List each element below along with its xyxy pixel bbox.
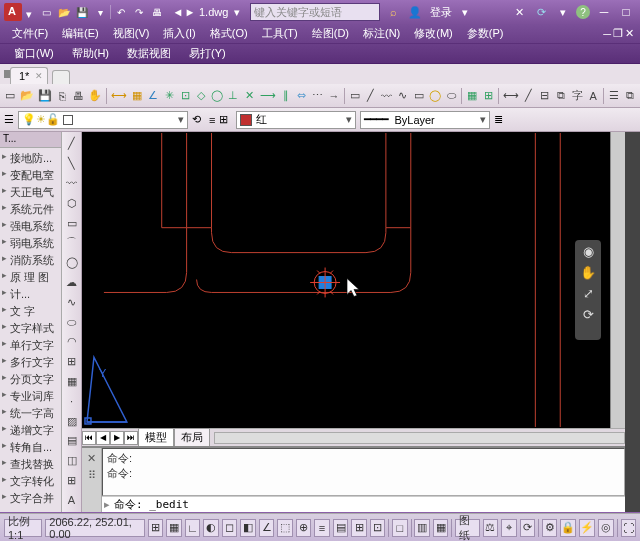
- cleanscreen-icon[interactable]: ⛶: [621, 519, 637, 537]
- polygon-tool-icon[interactable]: ⬡: [64, 195, 80, 211]
- snap-intersect-icon[interactable]: ✕: [244, 88, 256, 104]
- snap-parallel-icon[interactable]: ∥: [280, 88, 292, 104]
- table-icon[interactable]: ⊞: [482, 88, 494, 104]
- dim-aligned-icon[interactable]: ╱: [523, 88, 535, 104]
- circle-icon[interactable]: ◯: [429, 88, 441, 104]
- tpy-toggle-icon[interactable]: ▤: [333, 519, 349, 537]
- vertical-scrollbar[interactable]: [610, 132, 625, 428]
- layer-filter-icon[interactable]: ⊞: [219, 113, 228, 126]
- file-dropdown-icon[interactable]: ▾: [232, 5, 242, 19]
- line-icon[interactable]: ╱: [365, 88, 377, 104]
- pan-hand-icon[interactable]: ✋: [580, 265, 596, 280]
- quickview-drawings-icon[interactable]: ▦: [433, 519, 449, 537]
- menu-draw[interactable]: 绘图(D): [306, 24, 355, 43]
- table-tool-icon[interactable]: ⊞: [64, 473, 80, 489]
- cmd-handle-icon[interactable]: ⠿: [88, 469, 96, 482]
- pan-icon[interactable]: ✋: [88, 88, 102, 104]
- otrack-toggle-icon[interactable]: ∠: [259, 519, 275, 537]
- tree-node[interactable]: 单行文字: [2, 337, 59, 354]
- model-button[interactable]: □: [392, 519, 408, 537]
- document-tab-active[interactable]: 1* ✕: [10, 67, 48, 84]
- tree-node[interactable]: 文字样式: [2, 320, 59, 337]
- drawing-canvas[interactable]: Y ◉ ✋ ⤢ ⟳: [82, 132, 625, 428]
- more2-icon[interactable]: ⧉: [624, 88, 636, 104]
- line-tool-icon[interactable]: ╱: [64, 136, 80, 152]
- login-dropdown-icon[interactable]: ▾: [456, 3, 474, 21]
- layer-combo[interactable]: 💡 ☀ 🔓 ▾: [18, 111, 188, 129]
- tree-node[interactable]: 天正电气: [2, 184, 59, 201]
- command-history[interactable]: 命令: 命令:: [102, 448, 625, 496]
- close-cmd-icon[interactable]: ✕: [87, 452, 96, 465]
- signin-icon[interactable]: 👤: [406, 3, 424, 21]
- qat-new-icon[interactable]: ▭: [38, 4, 54, 20]
- doc-restore-button[interactable]: ❐: [613, 27, 623, 40]
- polyline-tool-icon[interactable]: 〰: [64, 176, 80, 192]
- hardware-accel-icon[interactable]: ⚡: [579, 519, 595, 537]
- menu-format[interactable]: 格式(O): [204, 24, 254, 43]
- qat-print-icon[interactable]: 🖶: [149, 4, 165, 20]
- rect-select-icon[interactable]: ▭: [349, 88, 361, 104]
- qat-undo-icon[interactable]: ↶: [113, 4, 129, 20]
- file-prev-icon[interactable]: ◄: [173, 5, 183, 19]
- new-tab-button[interactable]: [52, 70, 70, 84]
- qat-redo-icon[interactable]: ↷: [131, 4, 147, 20]
- menu-dataview[interactable]: 数据视图: [119, 44, 179, 63]
- isolate-icon[interactable]: ◎: [598, 519, 614, 537]
- tree-node[interactable]: 消防系统: [2, 252, 59, 269]
- menu-window[interactable]: 窗口(W): [6, 44, 62, 63]
- menu-file[interactable]: 文件(F): [6, 24, 54, 43]
- snap-mid-icon[interactable]: ◇: [195, 88, 207, 104]
- tree-node[interactable]: 系统元件: [2, 201, 59, 218]
- rectangle-icon[interactable]: ▭: [413, 88, 425, 104]
- circle-tool-icon[interactable]: ◯: [64, 255, 80, 271]
- ducs-toggle-icon[interactable]: ⬚: [277, 519, 293, 537]
- tree-node[interactable]: 计...: [2, 286, 59, 303]
- ellipse-icon[interactable]: ⬭: [445, 88, 457, 104]
- menu-help[interactable]: 帮助(H): [64, 44, 117, 63]
- snap-toggle-icon[interactable]: ⊞: [148, 519, 164, 537]
- mtext-icon[interactable]: A: [587, 88, 599, 104]
- ellipse-tool-icon[interactable]: ⬭: [64, 314, 80, 330]
- annotation-scale-label[interactable]: 图纸: [455, 519, 480, 537]
- osnap-toggle-icon[interactable]: ◻: [222, 519, 238, 537]
- linetype-combo[interactable]: ━━━━ ByLayer ▾: [360, 111, 490, 129]
- layout-next-icon[interactable]: ▶: [110, 431, 124, 445]
- tree-node[interactable]: 多行文字: [2, 354, 59, 371]
- steering-wheel-icon[interactable]: ◉: [583, 244, 594, 259]
- orbit-icon[interactable]: ⟳: [583, 307, 594, 322]
- exchange-icon[interactable]: ✕: [510, 3, 528, 21]
- file-next-icon[interactable]: ►: [185, 5, 195, 19]
- menu-edit[interactable]: 编辑(E): [56, 24, 105, 43]
- lineweight-icon[interactable]: ≣: [494, 113, 503, 126]
- gradient-tool-icon[interactable]: ▤: [64, 433, 80, 449]
- horizontal-scrollbar[interactable]: [214, 432, 625, 444]
- tree-node[interactable]: 弱电系统: [2, 235, 59, 252]
- left-panel-header[interactable]: T...: [0, 132, 61, 148]
- point-tool-icon[interactable]: ·: [64, 393, 80, 409]
- polyline-icon[interactable]: 〰: [381, 88, 393, 104]
- tree-node[interactable]: 专业词库: [2, 388, 59, 405]
- quickview-layouts-icon[interactable]: ▥: [414, 519, 430, 537]
- hatch-tool-icon[interactable]: ▨: [64, 413, 80, 429]
- app-logo[interactable]: [4, 3, 22, 21]
- snap-perp-icon[interactable]: ⊥: [227, 88, 239, 104]
- layout-last-icon[interactable]: ⏭: [124, 431, 138, 445]
- new-icon[interactable]: ▭: [4, 88, 16, 104]
- menu-dimension[interactable]: 标注(N): [357, 24, 406, 43]
- open-icon[interactable]: 📂: [20, 88, 34, 104]
- annoauto-icon[interactable]: ⟳: [520, 519, 536, 537]
- save-icon[interactable]: 💾: [38, 88, 52, 104]
- layout-first-icon[interactable]: ⏮: [82, 431, 96, 445]
- xline-tool-icon[interactable]: ╲: [64, 156, 80, 172]
- point-style-icon[interactable]: ✳: [163, 88, 175, 104]
- menu-yida[interactable]: 易打(Y): [181, 44, 234, 63]
- tree-node[interactable]: 转角自...: [2, 439, 59, 456]
- color-combo[interactable]: 红 ▾: [236, 111, 356, 129]
- model-tab[interactable]: 模型: [138, 428, 174, 447]
- measure-distance-icon[interactable]: ⟷: [111, 88, 127, 104]
- tree-node[interactable]: 分页文字: [2, 371, 59, 388]
- text-icon[interactable]: 字: [571, 88, 583, 104]
- ortho-toggle-icon[interactable]: ∟: [185, 519, 201, 537]
- stayconnected-icon[interactable]: ⟳: [532, 3, 550, 21]
- annoscale-icon[interactable]: ⚖: [483, 519, 499, 537]
